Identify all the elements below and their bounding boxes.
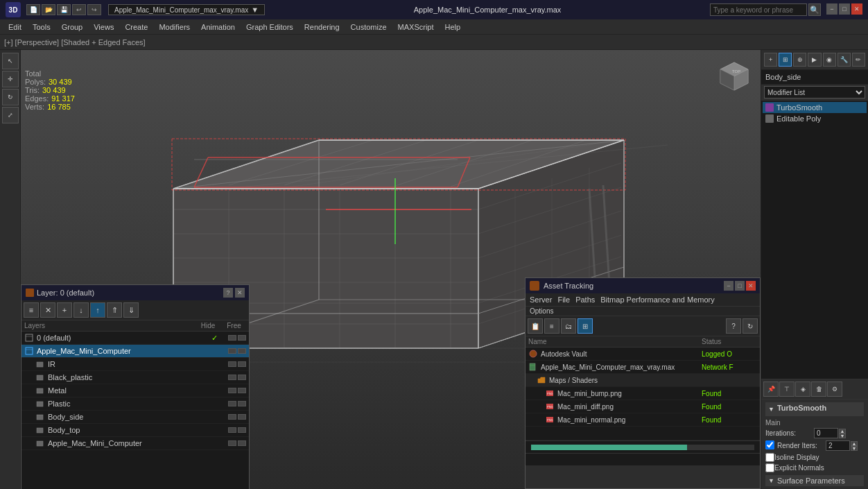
asset-row[interactable]: PNG Mac_mini_diff.png Found [526, 400, 760, 413]
undo-icon[interactable]: ↩ [72, 4, 86, 15]
asset-maximize-btn[interactable]: □ [735, 281, 745, 291]
layers-close-button[interactable]: ✕ [235, 288, 245, 298]
object-name-field[interactable] [761, 70, 868, 85]
menu-item-help[interactable]: Help [440, 22, 467, 33]
layer-row[interactable]: Apple_Mac_Mini_Computer [21, 345, 249, 358]
modifier-item-editablepoly[interactable]: Editable Poly [763, 113, 867, 124]
select-tool-btn[interactable]: ↖ [2, 53, 19, 69]
redo-icon[interactable]: ↪ [87, 4, 101, 15]
menu-item-create[interactable]: Create [119, 22, 153, 33]
render-iters-checkbox[interactable] [765, 440, 774, 449]
layers-move-btn[interactable]: ↓ [73, 302, 89, 318]
asset-minimize-btn[interactable]: − [724, 281, 734, 291]
surface-params-header[interactable]: ▼ Surface Parameters [765, 475, 864, 486]
layer-row[interactable]: Plastic [21, 397, 249, 411]
layer-row[interactable]: Apple_Mac_Mini_Computer [21, 437, 249, 450]
make-unique-btn[interactable]: ◈ [795, 381, 810, 397]
layer-row[interactable]: Metal [21, 384, 249, 397]
object-icon [35, 386, 45, 395]
hierarchy-tab-icon[interactable]: ⊕ [793, 53, 806, 67]
remove-modifier-btn[interactable]: 🗑 [811, 381, 826, 397]
asset-menu-server[interactable]: Server [530, 295, 552, 304]
menu-item-maxscript[interactable]: MAXScript [392, 22, 440, 33]
show-end-btn[interactable]: ⊤ [779, 381, 795, 397]
maximize-button[interactable]: □ [839, 3, 850, 15]
layers-delete-btn[interactable]: ✕ [40, 302, 55, 318]
menu-item-animation[interactable]: Animation [196, 22, 241, 33]
modify-tab-icon[interactable]: ⊞ [779, 53, 792, 67]
save-file-icon[interactable]: 💾 [57, 4, 71, 15]
render-iters-spinner[interactable]: ▲ ▼ [851, 441, 858, 451]
layers-active-btn[interactable]: ↑ [90, 302, 105, 318]
turbosmooth-header-bar[interactable]: ▼ TurboSmooth [765, 402, 864, 416]
menu-item-edit[interactable]: Edit [3, 22, 27, 33]
asset-toolbar-help[interactable]: ? [726, 318, 741, 334]
new-file-icon[interactable]: 📄 [26, 4, 40, 15]
asset-toolbar-btn4[interactable]: ⊞ [578, 318, 593, 334]
isoline-checkbox[interactable] [765, 453, 774, 462]
layers-title-bar[interactable]: Layer: 0 (default) ? ✕ [21, 285, 249, 300]
display-tab-icon[interactable]: ◉ [823, 53, 836, 67]
search-input[interactable] [710, 3, 807, 16]
iterations-spinner[interactable]: ▲ ▼ [839, 429, 846, 438]
asset-menu-paths[interactable]: Paths [575, 295, 595, 304]
object-name-input[interactable] [765, 73, 864, 81]
menu-item-modifiers[interactable]: Modifiers [153, 22, 196, 33]
utilities-tab-icon[interactable]: 🔧 [837, 53, 851, 67]
menu-item-graph-editors[interactable]: Graph Editors [241, 22, 299, 33]
asset-toolbar-refresh[interactable]: ↻ [743, 318, 758, 334]
menu-item-views[interactable]: Views [88, 22, 119, 33]
iterations-input[interactable] [814, 428, 838, 438]
extra-tab-icon[interactable]: ✏ [852, 53, 865, 67]
menu-item-tools[interactable]: Tools [27, 22, 56, 33]
asset-toolbar-btn3[interactable]: 🗂 [561, 318, 576, 334]
layers-add-btn[interactable]: + [57, 302, 72, 318]
modifier-list-dropdown[interactable]: Modifier List [764, 86, 865, 98]
asset-title-bar[interactable]: Asset Tracking − □ ✕ [526, 278, 760, 293]
layer-row[interactable]: Black_plastic [21, 371, 249, 384]
asset-toolbar-btn1[interactable]: 📋 [528, 318, 543, 334]
rotate-tool-btn[interactable]: ↻ [2, 89, 19, 105]
create-tab-icon[interactable]: + [764, 53, 777, 67]
pin-stack-btn[interactable]: 📌 [763, 381, 779, 397]
menu-item-rendering[interactable]: Rendering [299, 22, 345, 33]
workspace-selector[interactable]: Apple_Mac_Mini_Computer_max_vray.max ▼ [108, 4, 265, 15]
move-tool-btn[interactable]: ✛ [2, 71, 19, 87]
asset-row[interactable]: PNG Mac_mini_normal.png Found [526, 413, 760, 427]
asset-menu-bitmap[interactable]: Bitmap Performance and Memory [600, 295, 714, 304]
asset-name: Mac_mini_diff.png [557, 403, 702, 411]
minimize-button[interactable]: − [826, 3, 837, 15]
close-button[interactable]: ✕ [851, 3, 862, 15]
asset-menu-file[interactable]: File [557, 295, 570, 304]
turbosmooth-header: TurboSmooth [777, 404, 826, 412]
asset-row[interactable]: PNG Mac_mini_bump.png Found [526, 387, 760, 400]
open-file-icon[interactable]: 📂 [42, 4, 55, 15]
modifier-item-turbosmooth[interactable]: TurboSmooth [763, 102, 867, 113]
asset-row[interactable]: Autodesk Vault Logged O [526, 348, 760, 361]
layer-row[interactable]: 0 (default) ✓ [21, 332, 249, 345]
layers-down-btn[interactable]: ⇓ [123, 302, 139, 318]
layers-up-btn[interactable]: ⇑ [107, 302, 122, 318]
asset-close-btn[interactable]: ✕ [746, 281, 756, 291]
asset-toolbar-btn2[interactable]: ≡ [544, 318, 559, 334]
layer-row[interactable]: Body_side [21, 411, 249, 424]
layers-help-button[interactable]: ? [223, 288, 233, 298]
configure-btn[interactable]: ⚙ [827, 381, 842, 397]
asset-row[interactable]: Apple_Mac_Mini_Computer_max_vray.max Net… [526, 361, 760, 374]
search-icon[interactable]: 🔍 [808, 3, 821, 16]
menu-item-group[interactable]: Group [56, 22, 89, 33]
menu-item-customize[interactable]: Customize [345, 22, 392, 33]
render-iters-input[interactable] [826, 440, 850, 451]
layer-row[interactable]: IR [21, 358, 249, 371]
navigation-cube[interactable]: TOP [713, 55, 755, 97]
layers-icon-btn[interactable]: ≡ [24, 302, 39, 318]
scale-tool-btn[interactable]: ⤢ [2, 107, 19, 123]
window-title: Apple_Mac_Mini_Computer_max_vray.max [265, 6, 710, 14]
layer-row[interactable]: Body_top [21, 424, 249, 437]
layer-name: Metal [48, 386, 222, 395]
asset-menu-options[interactable]: Options [530, 307, 553, 316]
viewport[interactable]: Total Polys: 30 439 Tris: 30 439 Edges: … [21, 50, 761, 489]
motion-tab-icon[interactable]: ▶ [808, 53, 821, 67]
explicit-normals-checkbox[interactable] [765, 463, 774, 472]
asset-row[interactable]: Maps / Shaders [526, 374, 760, 387]
